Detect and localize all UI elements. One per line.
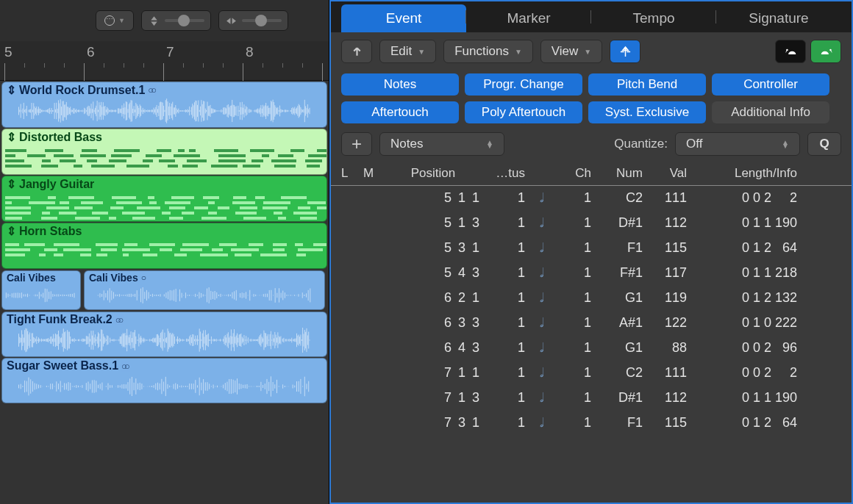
loop-icon: ○○ [148, 84, 154, 96]
quantize-dropdown[interactable]: Off▲▼ [675, 132, 800, 156]
chip-notes[interactable]: Notes [341, 73, 459, 96]
chip-progr-change[interactable]: Progr. Change [465, 73, 582, 96]
region-label: Horn Stabs [19, 225, 82, 238]
chip-controller[interactable]: Controller [712, 73, 829, 96]
table-row[interactable]: 5 1 31𝅗𝅥1D#11120 1 1 190 [331, 211, 852, 236]
track-regions[interactable]: ⇕World Rock Drumset.1 ○○ ⇕Distorted Bass… [0, 81, 329, 504]
parent-level-button[interactable] [341, 40, 372, 63]
region-distorted-bass[interactable]: ⇕Distorted Bass [1, 129, 327, 175]
tab-signature[interactable]: Signature [716, 4, 841, 32]
table-row[interactable]: 7 3 11𝅗𝅥1F11150 1 2 64 [331, 411, 852, 436]
vertical-zoom-slider[interactable] [141, 10, 211, 31]
drag-icon: ⇕ [7, 130, 16, 144]
table-row[interactable]: 6 2 11𝅗𝅥1G11190 1 2 132 [331, 286, 852, 311]
chip-aftertouch[interactable]: Aftertouch [341, 101, 459, 123]
loop-icon: ○○ [121, 361, 127, 372]
palette-outbound-button[interactable] [775, 40, 806, 63]
chip-pitch-bend[interactable]: Pitch Bend [588, 73, 706, 96]
table-row[interactable]: 6 4 31𝅗𝅥1G1880 0 2 96 [331, 336, 852, 361]
table-row[interactable]: 7 1 11𝅗𝅥1C21110 0 2 2 [331, 361, 852, 386]
tab-tempo[interactable]: Tempo [591, 4, 716, 32]
loop-icon: ○○ [115, 314, 121, 325]
event-type-filters: NotesProgr. ChangePitch BendControllerAf… [331, 71, 852, 126]
quantize-label: Quantize: [614, 137, 668, 151]
zoom-controls: ▼ [0, 0, 329, 41]
table-row[interactable]: 5 4 31𝅗𝅥1F#11170 1 1 218 [331, 261, 852, 286]
tab-marker[interactable]: Marker [466, 4, 591, 32]
tab-event[interactable]: Event [341, 4, 466, 32]
event-kind-dropdown[interactable]: Notes▲▼ [379, 132, 504, 156]
editor-tabs: EventMarkerTempoSignature [331, 1, 852, 32]
region-drums[interactable]: ⇕World Rock Drumset.1 ○○ [1, 82, 327, 128]
region-options-button[interactable]: ▼ [96, 10, 134, 31]
region-label: Cali Vibes [7, 272, 56, 284]
region-label: Jangly Guitar [19, 178, 94, 191]
region-horn-stabs[interactable]: ⇕Horn Stabs [1, 223, 327, 269]
catch-playhead-button[interactable] [610, 40, 640, 63]
quantize-apply-button[interactable]: Q [807, 132, 841, 156]
table-row[interactable]: 5 1 11𝅗𝅥1C21110 0 2 2 [331, 186, 852, 211]
add-event-button[interactable]: + [341, 132, 372, 156]
region-label: Cali Vibes [89, 272, 138, 284]
region-sugar-sweet-bass[interactable]: Sugar Sweet Bass.1 ○○ [1, 358, 327, 403]
svg-point-0 [624, 46, 627, 49]
region-cali-vibes-2[interactable]: Cali Vibes ○ [84, 270, 325, 310]
add-event-row: + Notes▲▼ Quantize: Off▲▼ Q [331, 126, 852, 162]
arrange-panel: ▼ 5678 ⇕World Rock Drumset.1 ○○ ⇕Distort… [0, 0, 329, 504]
region-label: Distorted Bass [19, 131, 102, 144]
region-cali-vibes-1[interactable]: Cali Vibes [1, 270, 81, 310]
event-toolbar: Edit▼ Functions▼ View▼ [331, 32, 852, 71]
table-row[interactable]: 5 3 11𝅗𝅥1F11150 1 2 64 [331, 236, 852, 261]
loop-icon: ○ [141, 273, 146, 283]
region-label: Sugar Sweet Bass.1 [7, 359, 118, 372]
drag-icon: ⇕ [7, 177, 16, 191]
functions-menu[interactable]: Functions▼ [443, 40, 533, 63]
region-label: Tight Funk Break.2 [7, 313, 113, 326]
chip-poly-aftertouch[interactable]: Poly Aftertouch [465, 101, 582, 123]
table-row[interactable]: 6 3 31𝅗𝅥1A#11220 1 0 222 [331, 311, 852, 336]
bar-ruler[interactable]: 5678 [0, 41, 329, 81]
event-list-panel: EventMarkerTempoSignature Edit▼ Function… [329, 0, 853, 504]
region-jangly-guitar[interactable]: ⇕Jangly Guitar [1, 176, 327, 222]
view-menu[interactable]: View▼ [540, 40, 602, 63]
drag-icon: ⇕ [7, 224, 16, 238]
region-label: World Rock Drumset.1 [19, 84, 145, 97]
region-tight-funk-break[interactable]: Tight Funk Break.2 ○○ [1, 312, 327, 357]
table-row[interactable]: 7 1 31𝅗𝅥1D#11120 1 1 190 [331, 386, 852, 411]
chip-syst-exclusive[interactable]: Syst. Exclusive [588, 101, 706, 123]
chip-additional-info[interactable]: Additional Info [712, 101, 829, 123]
palette-inbound-button[interactable] [810, 40, 841, 63]
drag-icon: ⇕ [7, 83, 16, 97]
horizontal-zoom-slider[interactable] [218, 10, 288, 31]
table-header: L M Position …tus Ch Num Val Length/Info [331, 162, 852, 186]
edit-menu[interactable]: Edit▼ [379, 40, 436, 63]
event-table[interactable]: L M Position …tus Ch Num Val Length/Info… [331, 162, 852, 503]
